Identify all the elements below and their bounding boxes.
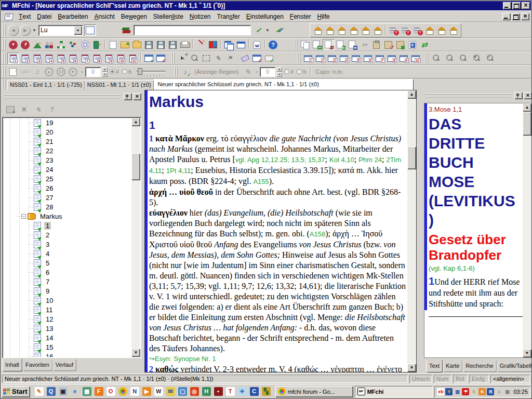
tab-recherche[interactable]: Recherche — [462, 361, 496, 372]
hview-icon[interactable]: H — [202, 387, 211, 396]
tbl8-button[interactable] — [385, 52, 397, 64]
tab-inhalt[interactable]: Inhalt — [2, 359, 22, 371]
doc4-button[interactable] — [43, 52, 55, 64]
history-dropdown[interactable]: ▼ — [31, 25, 37, 36]
tree-item-Markus[interactable]: −Markus — [3, 211, 131, 221]
notetab-icon[interactable]: N — [130, 387, 139, 396]
tree-label[interactable]: 1 — [44, 222, 51, 230]
close2-button[interactable] — [18, 104, 30, 115]
mountain-button[interactable] — [31, 39, 43, 50]
tree-label[interactable]: 19 — [44, 119, 55, 127]
transpose-spinner[interactable]: ▲▼ — [102, 67, 108, 77]
document-tab-0[interactable]: NSS01 - Einl 1,1 · 1/1 (-725) — [7, 80, 85, 90]
image-icon[interactable]: ▦ — [83, 387, 91, 396]
commentary-content[interactable]: Markus 1 1 κατὰ Μᾶρκον erg. τὸ εὐαγγέλιο… — [148, 90, 407, 372]
close-button[interactable] — [522, 2, 530, 9]
clipx-button[interactable] — [394, 39, 406, 50]
task-mfchi-forum-go-[interactable]: mfchi forum - Go... — [275, 386, 353, 397]
listq-button[interactable] — [388, 24, 400, 36]
zoomin-button[interactable]: + — [470, 52, 482, 64]
ie-icon[interactable]: e — [71, 387, 79, 396]
capo-field[interactable]: 0 — [260, 67, 275, 77]
opera2-icon[interactable]: ◎ — [190, 387, 199, 396]
tree-label[interactable]: 28 — [44, 203, 55, 211]
word-icon[interactable]: W — [154, 387, 163, 396]
tree-label[interactable]: 13 — [44, 325, 55, 332]
alphabeta-button[interactable] — [96, 24, 108, 36]
doce-button[interactable] — [406, 39, 418, 50]
guitar-button[interactable] — [179, 66, 191, 77]
tab-favoriten[interactable]: Favoriten — [22, 360, 52, 371]
tree-label[interactable]: 5 — [44, 259, 51, 267]
forward-button[interactable]: ► — [20, 25, 31, 36]
tablecheck-button[interactable] — [155, 52, 167, 64]
tree-label[interactable]: 24 — [44, 166, 55, 174]
house-button[interactable] — [336, 24, 348, 36]
tree-item-22[interactable]: 22 — [3, 146, 131, 155]
menu-hilfe[interactable]: H̲ilfe — [314, 11, 333, 22]
tree-label[interactable]: 26 — [44, 184, 55, 192]
pencil2-button[interactable] — [32, 104, 44, 115]
tree-item-9[interactable]: 9 — [3, 286, 131, 296]
tree-item-5[interactable]: 5 — [3, 258, 131, 268]
tbl7-button[interactable] — [374, 52, 385, 64]
kaspersky-tray-icon[interactable]: K — [478, 388, 486, 395]
bible-scrollbar[interactable]: ▲ ▼ — [523, 103, 531, 357]
menu-bewegen[interactable]: Bew̲egen — [118, 11, 150, 22]
wand-button[interactable] — [195, 39, 207, 50]
tbl4-button[interactable] — [338, 52, 350, 64]
notes-button[interactable] — [7, 66, 19, 77]
scroll-up-icon[interactable]: ▲ — [523, 103, 531, 112]
tree-item-10[interactable]: 10 — [3, 296, 131, 305]
magmove-button[interactable] — [430, 52, 442, 64]
bible-text-content[interactable]: 3.Mose 1,1 DAS DRITTE BUCH MOSE (LEVITIK… — [424, 103, 532, 358]
scroll-up-icon[interactable]: ▲ — [407, 90, 416, 99]
sharp-radio-2[interactable] — [284, 69, 289, 74]
folderin-button[interactable] — [131, 39, 143, 50]
house-button[interactable] — [324, 24, 336, 36]
mag-button[interactable] — [443, 52, 455, 64]
help2-button[interactable] — [46, 104, 58, 115]
tab-verlauf[interactable]: Verlauf — [52, 360, 76, 371]
music-button[interactable] — [31, 66, 43, 77]
menu-fenster[interactable]: F̲enster — [287, 11, 314, 22]
check123-button[interactable] — [19, 66, 31, 77]
mail-icon[interactable]: ✉ — [166, 387, 175, 396]
document-tab-2[interactable]: Neuer sprachlicher Schlüssel zum griech.… — [154, 79, 414, 90]
tree-item-2[interactable]: 2 — [3, 230, 131, 240]
tab-text[interactable]: Text — [426, 360, 443, 373]
save-button[interactable] — [167, 39, 179, 50]
scroll-down-icon[interactable]: ▼ — [131, 349, 140, 357]
restore-button[interactable] — [512, 2, 521, 9]
check-button[interactable] — [252, 24, 264, 36]
stop-button[interactable] — [67, 66, 79, 77]
tbl2-button[interactable] — [314, 52, 326, 64]
doc6-button[interactable] — [67, 52, 79, 64]
tbl6-button[interactable] — [362, 52, 374, 64]
toolbar-grip[interactable] — [3, 25, 6, 35]
print-button[interactable] — [179, 39, 191, 50]
docnew-button[interactable] — [107, 39, 119, 50]
pastet-button[interactable] — [323, 39, 335, 50]
hebrew-button[interactable] — [108, 24, 120, 36]
group-button[interactable] — [67, 39, 79, 50]
capo-spinner[interactable]: ▲▼ — [276, 67, 282, 77]
scrollbar-thumb[interactable] — [407, 147, 416, 169]
cd-button[interactable] — [79, 39, 91, 50]
wmp-icon[interactable]: ▶ — [142, 387, 151, 396]
chrome-icon[interactable] — [118, 387, 127, 396]
opera-icon[interactable]: O — [107, 387, 115, 396]
clip-button[interactable] — [370, 39, 382, 50]
combo-dropdown-icon[interactable]: ▼ — [74, 26, 82, 35]
panel-grip[interactable] — [4, 95, 121, 99]
tree-label[interactable]: 15 — [44, 343, 55, 351]
flat-radio[interactable] — [122, 69, 127, 74]
toolbar-grip[interactable] — [3, 39, 6, 50]
clipgo-button[interactable] — [382, 39, 394, 50]
house-button[interactable] — [435, 24, 447, 36]
task-mfchi[interactable]: MFMFchi — [355, 386, 433, 397]
tree-item-7[interactable]: 7 — [3, 277, 131, 286]
door-button[interactable] — [91, 39, 103, 50]
doc3-button[interactable] — [31, 52, 43, 64]
menu-einstellungen[interactable]: E̲instellungen — [243, 11, 287, 22]
